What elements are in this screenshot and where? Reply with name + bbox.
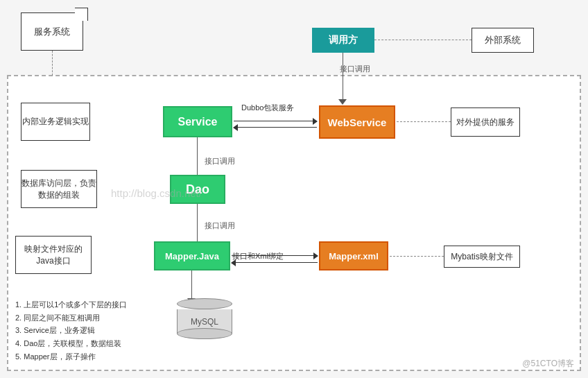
note-3: 3. Service层，业务逻辑 [15, 324, 168, 337]
vline-diaoyong [343, 53, 343, 101]
box-duiwai: 对外提供的服务 [451, 108, 520, 137]
box-service: Service [163, 106, 232, 137]
mapperjava-label: Mapper.Java [165, 251, 219, 261]
yingshe-label: 映射文件对应的Java接口 [16, 243, 91, 267]
csdn-watermark: http://blog.csdn.net/ [111, 187, 202, 199]
box-shujuku: 数据库访问层，负责数据的组装 [21, 170, 97, 208]
dashed-line-top [374, 40, 472, 40]
box-fuwuxitong: 服务系统 [21, 12, 83, 51]
dashed-ws-duiwai [397, 121, 451, 122]
mybatis-label: Mybatis映射文件 [451, 251, 512, 263]
dashed-mxml-mybatis [390, 256, 444, 257]
arrow-mj-mx [232, 255, 318, 256]
main-container: 服务系统 调用方 外部系统 接口调用 内部业务逻辑实现 Service Dubb… [0, 0, 588, 378]
label-jiekou-top: 接口调用 [340, 64, 370, 74]
box-webservice: WebService [319, 105, 395, 139]
mysql-top [177, 298, 232, 309]
webservice-label: WebService [328, 117, 387, 128]
mysql-bottom [177, 328, 232, 339]
note-1: 1. 上层可以1个或多个下层的接口 [15, 298, 168, 311]
duiwai-label: 对外提供的服务 [456, 117, 514, 128]
neibus-label: 内部业务逻辑实现 [22, 116, 89, 128]
notes-box: 1. 上层可以1个或多个下层的接口 2. 同层之间不能互相调用 3. Servi… [15, 298, 168, 363]
mysql-container: MySQL [177, 298, 232, 340]
label-jiekou-xml: 接口和Xml绑定 [232, 251, 284, 261]
arrow-right-sw [234, 121, 317, 121]
waibu-label: 外部系统 [485, 34, 521, 46]
box-mapperxml: Mapper.xml [319, 241, 388, 270]
label-jiekou1: 接口调用 [205, 156, 235, 166]
service-label: Service [178, 116, 218, 128]
mysql-label: MySQL [191, 317, 218, 327]
shujuku-label: 数据库访问层，负责数据的组装 [21, 178, 96, 201]
note-5: 5. Mapper层，原子操作 [15, 350, 168, 363]
diaoyongfang-label: 调用方 [329, 34, 358, 46]
box-neibus: 内部业务逻辑实现 [21, 103, 90, 141]
arrow-mx-mj [232, 262, 318, 263]
box-diaoyongfang: 调用方 [312, 28, 374, 53]
box-yingshe: 映射文件对应的Java接口 [15, 236, 92, 274]
label-jiekou2: 接口调用 [205, 221, 235, 231]
note-4: 4. Dao层，关联模型，数据组装 [15, 337, 168, 350]
label-dubbo: Dubbo包装服务 [241, 103, 294, 113]
arrow-left-ws [234, 127, 317, 128]
mapperxml-label: Mapper.xml [329, 251, 379, 261]
note-2: 2. 同层之间不能互相调用 [15, 311, 168, 325]
vline-fuwu-dashed [52, 51, 53, 76]
box-mybatis: Mybatis映射文件 [444, 246, 520, 268]
arrow-down-diaoyong [338, 99, 347, 105]
vline-mapper-mysql [191, 270, 192, 301]
box-mapperjava: Mapper.Java [154, 241, 230, 270]
watermark: @51CTO博客 [522, 358, 574, 370]
box-waibu: 外部系统 [472, 28, 534, 53]
fuwuxitong-label: 服务系统 [34, 26, 70, 38]
